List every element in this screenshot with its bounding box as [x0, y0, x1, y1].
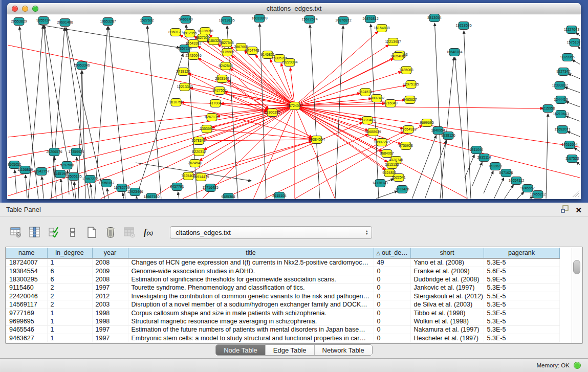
graph-node[interactable]: 15672574 [301, 16, 317, 24]
graph-node[interactable]: 1733426 [395, 186, 409, 193]
table-row[interactable]: 977716911998Corpus callosum shape and si… [6, 309, 559, 317]
graph-node[interactable]: 9463627 [403, 96, 417, 104]
table-row[interactable]: 969969511998Structural magnetic resonanc… [6, 317, 559, 325]
graph-node[interactable]: 17359924 [68, 148, 84, 156]
graph-node[interactable]: 2935114 [477, 154, 491, 162]
column-header-title[interactable]: title [128, 248, 374, 258]
citation-edge-black[interactable] [178, 192, 179, 199]
memory-ok-indicator-icon[interactable] [574, 362, 581, 369]
graph-node[interactable]: 1678342 [191, 137, 205, 145]
node-table[interactable]: name in_degree year title △out_de… short… [6, 248, 572, 343]
graph-node[interactable]: 9227342 [556, 68, 570, 76]
graph-node[interactable]: 9756928 [399, 142, 412, 150]
citation-edge-black[interactable] [567, 132, 580, 137]
citation-edge-black[interactable] [434, 23, 443, 199]
citation-edge-black[interactable] [91, 184, 92, 199]
graph-node[interactable]: 6466140 [179, 16, 192, 24]
citation-edge-black[interactable] [38, 25, 180, 48]
graph-node[interactable]: 8471626 [499, 169, 513, 177]
close-window-icon[interactable] [12, 6, 18, 12]
citation-edge-black[interactable] [529, 196, 533, 199]
graph-node[interactable]: 8960123 [168, 29, 182, 36]
graph-node[interactable]: 8186328 [207, 37, 221, 45]
trash-icon[interactable] [104, 226, 117, 239]
graph-node[interactable]: 9684067 [380, 150, 394, 158]
citation-edge-black[interactable] [425, 140, 447, 199]
table-row[interactable]: 911546021997Tourette syndrome. Phenomeno… [6, 283, 559, 292]
citation-edge-black[interactable] [107, 188, 108, 199]
citation-edge-black[interactable] [546, 114, 548, 199]
graph-node[interactable]: 20876872 [335, 17, 351, 25]
window-titlebar[interactable]: citations_edges.txt [7, 3, 581, 14]
column-header-in-degree[interactable]: in_degree [47, 248, 92, 258]
citation-edge-black[interactable] [137, 197, 137, 199]
citation-edge-black[interactable] [564, 87, 580, 93]
graph-node[interactable]: 16033809 [251, 15, 267, 23]
graph-node[interactable]: 8220312 [192, 148, 206, 156]
graph-node[interactable]: 1167533 [565, 155, 579, 163]
citation-edge-red[interactable] [8, 106, 295, 178]
graph-node[interactable]: 6216049 [383, 100, 397, 107]
citation-edge-black[interactable] [412, 135, 436, 199]
network-canvas[interactable]: 2055382993557242069140610653267152760264… [8, 14, 580, 199]
graph-node[interactable]: 20691406 [57, 19, 73, 27]
graph-node[interactable]: 417004 [209, 100, 221, 107]
citation-edge-black[interactable] [371, 24, 379, 199]
column-header-year[interactable]: year [92, 248, 128, 258]
graph-node[interactable]: 9457791 [170, 183, 184, 191]
graph-node[interactable]: 7632621 [488, 163, 502, 170]
graph-node[interactable]: 8912955 [183, 30, 197, 37]
graph-node[interactable]: 20553829 [11, 18, 27, 26]
citation-edge-black[interactable] [484, 171, 493, 193]
graph-node[interactable]: 7485063 [399, 67, 413, 74]
graph-node[interactable]: 9242848 [219, 62, 232, 70]
table-row[interactable]: 2242004622012Investigating the contribut… [6, 292, 559, 300]
citation-edge-red[interactable] [253, 106, 295, 199]
citation-edge-black[interactable] [504, 185, 513, 199]
graph-node[interactable]: 12975185 [403, 81, 419, 89]
graph-node[interactable]: 2718120 [176, 68, 190, 76]
graph-node[interactable]: 8938126 [441, 132, 455, 140]
rows-icon[interactable] [66, 226, 79, 239]
column-header-out-degree[interactable]: △out_de… [374, 248, 410, 258]
citation-edge-black[interactable] [568, 74, 580, 79]
graph-node[interactable]: 17016504 [561, 141, 577, 149]
tab-network-table[interactable]: Network Table [315, 345, 372, 355]
citation-edge-black[interactable] [61, 179, 62, 199]
close-panel-icon[interactable]: ✕ [575, 206, 582, 214]
citation-edge-red[interactable] [217, 106, 295, 117]
zoom-window-icon[interactable] [32, 6, 38, 12]
graph-node[interactable]: 12393832 [552, 82, 568, 90]
graph-node[interactable]: 10807487 [368, 95, 384, 102]
column-header-name[interactable]: name [6, 248, 47, 258]
graph-node[interactable]: 14136141 [372, 180, 388, 187]
graph-node[interactable]: 12213957 [385, 38, 401, 46]
float-panel-icon[interactable] [561, 205, 569, 215]
graph-node[interactable]: 8427552 [212, 87, 226, 95]
column-header-short[interactable]: short [410, 248, 484, 258]
resize-grip-icon[interactable] [573, 190, 579, 197]
citation-edge-black[interactable] [376, 191, 398, 199]
graph-node[interactable]: 10719135 [219, 17, 234, 25]
citation-edge-black[interactable] [565, 116, 580, 122]
graph-node[interactable]: 1244413 [554, 96, 568, 104]
tab-node-table[interactable]: Node Table [216, 345, 266, 355]
graph-node[interactable]: 9175685 [220, 49, 234, 56]
citation-edge-black[interactable] [565, 102, 580, 107]
graph-node[interactable]: 15751074 [567, 39, 580, 47]
graph-node[interactable]: 1615132 [385, 161, 399, 169]
graph-node[interactable]: 9185304 [221, 193, 235, 199]
citation-edge-red[interactable] [188, 73, 295, 106]
graph-node[interactable]: 8454743 [245, 47, 259, 55]
graph-node[interactable]: 9311044 [470, 146, 484, 154]
graph-node[interactable]: 9827548 [220, 39, 233, 47]
citation-edge-black[interactable] [123, 193, 124, 199]
graph-node[interactable]: 11127643 [564, 26, 579, 34]
graph-node[interactable]: 20206576 [46, 148, 62, 156]
table-selector-dropdown[interactable]: citations_edges.txt ▲▼ [170, 226, 372, 239]
graph-node[interactable]: 8215958 [541, 105, 555, 113]
citation-edge-black[interactable] [147, 26, 161, 199]
citation-edge-red[interactable] [198, 58, 295, 106]
graph-node[interactable]: 8615104 [272, 192, 286, 199]
citation-edge-black[interactable] [26, 175, 27, 198]
